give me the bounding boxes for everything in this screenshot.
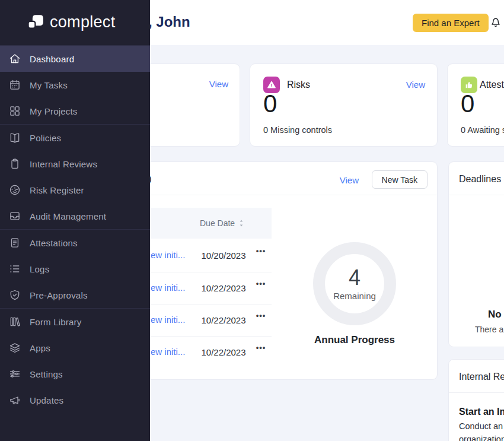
sidebar-item-label: Audit Management [30, 211, 106, 221]
sidebar-item-apps[interactable]: Apps [0, 335, 150, 361]
shield-check-icon [9, 289, 21, 301]
sidebar-item-label: Dashboard [30, 54, 74, 64]
task-due-date: 10/22/2023 [197, 315, 250, 325]
risks-view-link[interactable]: View [406, 80, 425, 90]
greeting-text: , John [148, 14, 190, 30]
attestations-card-title: Attest [480, 80, 504, 90]
grid-icon [9, 105, 21, 117]
row-more-actions-icon[interactable]: ••• [252, 343, 270, 352]
sidebar-item-form-library[interactable]: Form Library [0, 309, 150, 335]
attestations-count: 0 [461, 90, 474, 118]
task-name-link[interactable]: ew initi... [151, 347, 185, 357]
complect-logo-icon [28, 14, 44, 30]
sidebar-item-logs[interactable]: Logs [0, 256, 150, 282]
tasks-view-link[interactable]: View [340, 175, 359, 185]
risks-card-title: Risks [287, 80, 310, 90]
attestations-subtitle: 0 Awaiting s [461, 125, 504, 135]
sidebar-item-internal-reviews[interactable]: Internal Reviews [0, 151, 150, 177]
sidebar-item-pre-approvals[interactable]: Pre-Approvals [0, 282, 150, 308]
deadlines-card: Deadlines ( No There a [448, 161, 504, 347]
sidebar-item-my-projects[interactable]: My Projects [0, 98, 150, 124]
risks-subtitle: 0 Missing controls [263, 125, 332, 135]
open-book-icon [9, 132, 21, 144]
start-internal-review-title: Start an Int [459, 407, 504, 417]
annual-progress-donut: 4 Remaining [313, 242, 396, 325]
sort-icon [238, 219, 245, 227]
hidden-card-view-link[interactable]: View [209, 79, 228, 89]
row-more-actions-icon[interactable]: ••• [252, 311, 270, 320]
library-books-icon [9, 316, 21, 328]
sidebar: complect Dashboard My Tasks [0, 0, 150, 441]
sidebar-item-attestations[interactable]: Attestations [0, 230, 150, 256]
notifications-bell-icon[interactable] [489, 15, 502, 29]
sidebar-item-label: Risk Register [30, 185, 84, 195]
sidebar-item-label: Policies [30, 133, 61, 143]
deadlines-empty-text: There a [475, 325, 503, 334]
summary-card-risks: Risks View 0 0 Missing controls [250, 64, 438, 147]
sidebar-item-label: Updates [30, 395, 63, 405]
task-due-date: 10/22/2023 [197, 283, 250, 293]
deadlines-card-title: Deadlines ( [459, 174, 504, 185]
sidebar-nav: Dashboard My Tasks My Projects [0, 45, 150, 413]
internal-reviews-card-title: Internal Re [459, 372, 504, 382]
sidebar-item-label: My Projects [30, 106, 78, 116]
sidebar-item-label: Internal Reviews [30, 159, 97, 169]
calendar-icon [9, 79, 21, 91]
complect-logo: complect [28, 13, 115, 31]
sidebar-item-settings[interactable]: Settings [0, 361, 150, 387]
sidebar-item-my-tasks[interactable]: My Tasks [0, 72, 150, 98]
sidebar-item-label: Pre-Approvals [30, 290, 88, 300]
sidebar-item-label: Form Library [30, 317, 81, 327]
document-lines-icon [9, 237, 21, 249]
summary-card-attestations: Attest 0 0 Awaiting s [447, 64, 504, 147]
task-name-link[interactable]: ew initi... [151, 250, 185, 260]
new-task-button[interactable]: New Task [372, 170, 428, 189]
deadlines-empty-title: No [488, 309, 502, 321]
sidebar-item-label: Attestations [30, 238, 78, 248]
sidebar-item-audit-management[interactable]: Audit Management [0, 203, 150, 229]
sidebar-item-dashboard[interactable]: Dashboard [0, 46, 150, 72]
internal-reviews-body-line1: Conduct an [459, 421, 503, 431]
donut-remaining-value: 4 [349, 267, 361, 288]
internal-reviews-card: Internal Re Start an Int Conduct an orga… [448, 359, 504, 441]
annual-progress-caption: Annual Progress [283, 334, 426, 346]
due-date-column-header[interactable]: Due Date [200, 218, 245, 228]
list-icon [9, 263, 21, 275]
sidebar-item-updates[interactable]: Updates [0, 387, 150, 413]
home-icon [9, 53, 21, 65]
donut-remaining-label: Remaining [333, 291, 376, 301]
task-due-date: 10/20/2023 [197, 250, 250, 261]
internal-reviews-body-line2: organization [459, 434, 504, 441]
layers-icon [9, 342, 21, 354]
inbox-tray-icon [9, 210, 21, 222]
clipboard-icon [9, 158, 21, 170]
dashboard-screen: , John Find an Expert View Risks View 0 … [0, 0, 504, 441]
due-date-header-label: Due Date [200, 218, 235, 228]
row-more-actions-icon[interactable]: ••• [252, 279, 270, 288]
sidebar-item-label: My Tasks [30, 80, 68, 90]
sidebar-item-label: Apps [30, 343, 50, 353]
find-expert-button[interactable]: Find an Expert [413, 14, 489, 32]
gauge-icon [9, 184, 21, 196]
sidebar-item-label: Settings [30, 369, 63, 379]
deadlines-header-divider [449, 195, 504, 195]
row-more-actions-icon[interactable]: ••• [252, 246, 270, 255]
risks-count: 0 [263, 90, 277, 118]
internal-reviews-header-divider [449, 392, 504, 393]
task-name-link[interactable]: ew initi... [151, 315, 185, 325]
megaphone-icon [9, 394, 21, 406]
logo-text: complect [50, 13, 115, 31]
sliders-icon [9, 368, 21, 380]
sidebar-item-policies[interactable]: Policies [0, 125, 150, 151]
sidebar-item-risk-register[interactable]: Risk Register [0, 177, 150, 203]
sidebar-item-label: Logs [30, 264, 49, 274]
task-name-link[interactable]: ew initi... [151, 283, 185, 293]
task-due-date: 10/22/2023 [197, 347, 250, 357]
